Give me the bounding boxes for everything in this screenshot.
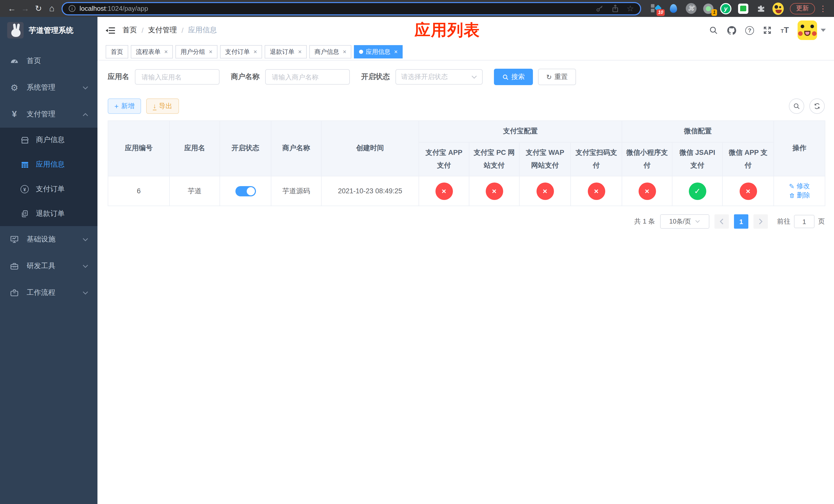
cell-app-id: 6 bbox=[108, 176, 170, 206]
col-header-app-name: 应用名 bbox=[170, 121, 220, 176]
tab-merchant-info[interactable]: 商户信息 bbox=[309, 45, 351, 59]
sidebar-item-merchant-info[interactable]: 商户信息 bbox=[0, 128, 97, 152]
sidebar-item-label: 商户信息 bbox=[36, 135, 65, 144]
extension-yuque-icon[interactable]: y bbox=[720, 3, 731, 14]
sidebar-item-dev-tools[interactable]: 研发工具 bbox=[0, 253, 97, 279]
edit-link[interactable]: 修改 bbox=[789, 182, 810, 191]
toolbox-icon bbox=[9, 261, 20, 271]
github-icon[interactable] bbox=[727, 25, 737, 35]
page-content: 应用名 商户名称 开启状态 请选择开启状态 bbox=[97, 61, 834, 504]
breadcrumb-separator: / bbox=[181, 26, 184, 35]
extension-chat-icon[interactable] bbox=[738, 3, 749, 14]
reset-button[interactable]: 重置 bbox=[538, 69, 576, 85]
trash-icon bbox=[789, 192, 795, 199]
search-icon[interactable] bbox=[709, 26, 718, 35]
fullscreen-icon[interactable] bbox=[763, 26, 772, 35]
chevron-down-icon bbox=[83, 86, 88, 90]
filter-label: 开启状态 bbox=[361, 72, 390, 82]
sidebar-menu: 首页 系统管理 支付管理 商户信息 bbox=[0, 44, 97, 504]
browser-menu-icon[interactable] bbox=[819, 4, 827, 13]
close-icon[interactable] bbox=[209, 48, 212, 55]
refresh-table-button[interactable] bbox=[809, 98, 825, 114]
tab-app-info[interactable]: 应用信息 bbox=[354, 45, 403, 59]
help-icon[interactable] bbox=[745, 26, 754, 35]
status-badge: × bbox=[638, 182, 656, 200]
browser-back-icon[interactable] bbox=[5, 2, 19, 15]
grid-icon bbox=[20, 160, 30, 169]
site-info-icon[interactable] bbox=[69, 5, 75, 12]
user-avatar-dropdown[interactable] bbox=[797, 21, 826, 40]
tab-pay-orders[interactable]: 支付订单 bbox=[220, 45, 262, 59]
sidebar-item-system[interactable]: 系统管理 bbox=[0, 74, 97, 101]
extension-badge: 10 bbox=[657, 9, 665, 16]
app-name-input[interactable] bbox=[135, 69, 220, 85]
browser-forward-icon[interactable] bbox=[19, 2, 32, 15]
bookmark-star-icon[interactable] bbox=[627, 4, 634, 13]
group-header-wechat: 微信配置 bbox=[622, 121, 774, 142]
extension-blocks-icon[interactable]: 10 bbox=[650, 3, 662, 14]
sidebar-item-home[interactable]: 首页 bbox=[0, 48, 97, 74]
sidebar-item-workflow[interactable]: 工作流程 bbox=[0, 279, 97, 306]
browser-home-icon[interactable] bbox=[45, 2, 59, 15]
sidebar-logo-link[interactable]: 芋道管理系统 bbox=[0, 17, 97, 44]
app-title: 芋道管理系统 bbox=[29, 25, 73, 35]
tab-process-form[interactable]: 流程表单 bbox=[131, 45, 173, 59]
close-icon[interactable] bbox=[343, 48, 346, 55]
pagination: 共 1 条 10条/页 1 前往 页 bbox=[108, 214, 825, 229]
extension-record-icon[interactable]: 1 bbox=[703, 3, 714, 14]
add-button[interactable]: 新增 bbox=[108, 98, 141, 114]
close-icon[interactable] bbox=[254, 48, 257, 55]
sidebar-item-infrastructure[interactable]: 基础设施 bbox=[0, 226, 97, 253]
toggle-search-button[interactable] bbox=[789, 98, 804, 114]
avatar bbox=[797, 21, 817, 40]
breadcrumb-item-home[interactable]: 首页 bbox=[123, 26, 137, 35]
breadcrumb-item-payment[interactable]: 支付管理 bbox=[148, 26, 177, 35]
sidebar-item-payment[interactable]: 支付管理 bbox=[0, 101, 97, 128]
browser-reload-icon[interactable] bbox=[32, 2, 45, 15]
sidebar-item-label: 支付管理 bbox=[27, 110, 56, 119]
sidebar-item-label: 研发工具 bbox=[27, 261, 56, 271]
font-size-icon[interactable] bbox=[781, 26, 789, 35]
share-icon[interactable] bbox=[611, 4, 619, 13]
tab-home[interactable]: 首页 bbox=[106, 45, 128, 59]
key-icon[interactable] bbox=[595, 4, 603, 13]
address-bar[interactable]: localhost:1024/pay/app bbox=[62, 2, 641, 15]
extension-balloon-icon[interactable] bbox=[668, 3, 679, 14]
breadcrumb-item-current: 应用信息 bbox=[188, 26, 217, 35]
delete-link[interactable]: 删除 bbox=[789, 191, 810, 200]
browser-profile-avatar[interactable] bbox=[772, 3, 784, 14]
pagination-total: 共 1 条 bbox=[634, 217, 655, 226]
prev-page-button[interactable] bbox=[715, 214, 729, 229]
enabled-toggle[interactable] bbox=[235, 186, 256, 196]
app-shell: 芋道管理系统 首页 系统管理 支付管理 bbox=[0, 17, 834, 504]
cell-merchant: 芋道源码 bbox=[271, 176, 321, 206]
browser-toolbar: localhost:1024/pay/app 10 1 y 更新 bbox=[0, 0, 834, 17]
extensions-puzzle-icon[interactable] bbox=[755, 3, 766, 14]
merchant-name-input[interactable] bbox=[265, 69, 350, 85]
status-badge: × bbox=[485, 182, 503, 200]
next-page-button[interactable] bbox=[753, 214, 768, 229]
gear-icon bbox=[9, 82, 20, 93]
sidebar-collapse-icon[interactable] bbox=[106, 25, 115, 35]
extension-command-icon[interactable] bbox=[685, 3, 697, 14]
tab-refund-orders[interactable]: 退款订单 bbox=[265, 45, 307, 59]
tab-user-group[interactable]: 用户分组 bbox=[175, 45, 218, 59]
sidebar-item-pay-orders[interactable]: 支付订单 bbox=[0, 177, 97, 202]
refresh-icon bbox=[546, 73, 552, 81]
current-page-button[interactable]: 1 bbox=[734, 214, 748, 229]
status-select[interactable]: 请选择开启状态 bbox=[395, 69, 483, 85]
search-button[interactable]: 搜索 bbox=[494, 69, 533, 85]
page-size-select[interactable]: 10条/页 bbox=[660, 214, 709, 229]
browser-update-button[interactable]: 更新 bbox=[790, 3, 815, 14]
yen-icon bbox=[9, 109, 20, 119]
cell-operations: 修改删除 bbox=[774, 176, 825, 206]
col-header-created: 创建时间 bbox=[321, 121, 419, 176]
close-icon[interactable] bbox=[394, 48, 397, 55]
export-button[interactable]: 导出 bbox=[146, 98, 179, 114]
sidebar-item-refund-orders[interactable]: 退款订单 bbox=[0, 202, 97, 226]
close-icon[interactable] bbox=[164, 48, 168, 55]
col-header-alipay-pc: 支付宝 PC 网站支付 bbox=[469, 142, 519, 176]
goto-page-input[interactable] bbox=[794, 215, 814, 228]
sidebar-item-app-info[interactable]: 应用信息 bbox=[0, 152, 97, 177]
close-icon[interactable] bbox=[298, 48, 302, 55]
